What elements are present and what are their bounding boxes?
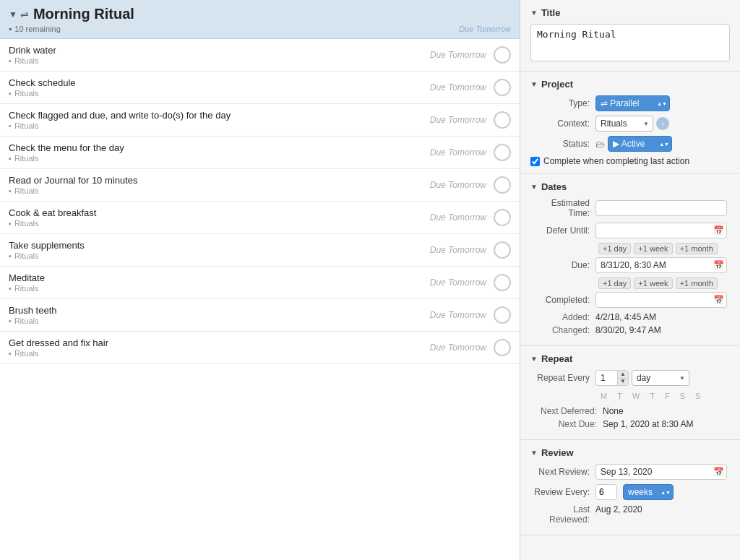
task-circle[interactable] xyxy=(494,144,511,161)
task-circle[interactable] xyxy=(494,209,511,226)
defer-plus-week-button[interactable]: +1 week xyxy=(634,243,672,254)
task-item[interactable]: Read or Journal for 10 minutes ▪ Rituals… xyxy=(0,169,520,202)
changed-label: Changed: xyxy=(530,325,595,335)
day-sun[interactable]: S xyxy=(693,390,702,402)
project-section: ▼ Project Type: ⇌ Parallel → Sequential … xyxy=(520,72,740,174)
dates-collapse-icon: ▼ xyxy=(530,183,538,191)
task-circle[interactable] xyxy=(494,176,511,194)
next-review-value: 📅 xyxy=(595,464,730,480)
title-input[interactable]: Morning Ritual xyxy=(530,24,730,61)
review-section-header[interactable]: ▼ Review xyxy=(530,447,730,458)
status-select[interactable]: ▶ Active On Hold Completed Dropped xyxy=(608,136,672,152)
estimated-input[interactable] xyxy=(595,200,727,216)
task-due-label: Due Tomorrow xyxy=(430,212,486,223)
right-panel: ▼ Title Morning Ritual ▼ Project Type: ⇌… xyxy=(520,0,740,560)
day-wed[interactable]: W xyxy=(630,390,642,402)
task-circle[interactable] xyxy=(494,46,511,64)
triangle-icon: ▼ xyxy=(9,9,17,20)
status-select-wrapper[interactable]: ▶ Active On Hold Completed Dropped xyxy=(608,136,672,152)
complete-checkbox[interactable] xyxy=(530,157,540,166)
review-every-input[interactable] xyxy=(595,484,617,500)
repeat-stepper-up[interactable]: ▲ xyxy=(618,371,628,379)
review-unit-wrapper[interactable]: weeks days months xyxy=(623,484,674,500)
task-item[interactable]: Take supplements ▪ Rituals Due Tomorrow xyxy=(0,234,520,267)
project-collapse-icon: ▼ xyxy=(530,80,538,88)
context-select-wrapper[interactable]: Rituals xyxy=(595,116,653,132)
project-section-header[interactable]: ▼ Project xyxy=(530,79,730,90)
repeat-every-input[interactable] xyxy=(595,370,617,386)
task-note-icon: ▪ xyxy=(9,251,12,260)
task-context: Rituals xyxy=(14,219,39,228)
task-item[interactable]: Check schedule ▪ Rituals Due Tomorrow xyxy=(0,72,520,104)
repeat-stepper-down[interactable]: ▼ xyxy=(618,379,628,386)
due-plus-month-button[interactable]: +1 month xyxy=(676,277,718,289)
due-plus-week-button[interactable]: +1 week xyxy=(634,277,672,289)
day-fri[interactable]: F xyxy=(663,390,672,402)
day-mon[interactable]: M xyxy=(598,390,609,402)
repeat-unit-select[interactable]: day week month xyxy=(632,370,689,386)
context-select[interactable]: Rituals xyxy=(595,116,653,132)
task-subtitle: ▪ Rituals xyxy=(9,219,430,228)
task-right: Due Tomorrow xyxy=(430,111,511,129)
task-right: Due Tomorrow xyxy=(430,176,511,194)
repeat-section: ▼ Repeat Repeat Every ▲ ▼ day week month xyxy=(520,346,740,440)
type-select[interactable]: ⇌ Parallel → Sequential xyxy=(595,95,670,111)
task-right: Due Tomorrow xyxy=(430,339,511,356)
next-deferred-row: Next Deferred: None xyxy=(530,406,730,416)
day-sat[interactable]: S xyxy=(678,390,687,402)
task-circle[interactable] xyxy=(494,274,511,291)
task-note-icon: ▪ xyxy=(9,219,12,228)
task-circle[interactable] xyxy=(494,339,511,356)
due-plus-day-button[interactable]: +1 day xyxy=(598,277,631,289)
task-circle[interactable] xyxy=(494,241,511,259)
added-value: 4/2/18, 4:45 AM xyxy=(595,312,656,322)
task-name: Check schedule xyxy=(9,77,430,88)
task-circle[interactable] xyxy=(494,306,511,324)
task-circle[interactable] xyxy=(494,111,511,129)
task-item[interactable]: Check flagged and due, and write to-do(s… xyxy=(0,104,520,137)
review-unit-select[interactable]: weeks days months xyxy=(623,484,674,500)
task-item[interactable]: Drink water ▪ Rituals Due Tomorrow xyxy=(0,39,520,72)
day-tue[interactable]: T xyxy=(615,390,624,402)
repeat-section-header[interactable]: ▼ Repeat xyxy=(530,353,730,364)
task-item[interactable]: Check the menu for the day ▪ Rituals Due… xyxy=(0,137,520,169)
review-every-label: Review Every: xyxy=(530,487,595,497)
task-context: Rituals xyxy=(14,56,39,65)
next-deferred-label: Next Deferred: xyxy=(530,406,603,416)
defer-input[interactable] xyxy=(595,223,727,238)
task-item[interactable]: Brush teeth ▪ Rituals Due Tomorrow xyxy=(0,299,520,332)
next-review-input[interactable] xyxy=(595,464,727,480)
type-select-wrapper[interactable]: ⇌ Parallel → Sequential xyxy=(595,95,670,111)
defer-plus-month-button[interactable]: +1 month xyxy=(676,243,718,254)
context-row: Context: Rituals › xyxy=(530,116,730,132)
title-section-label: Title xyxy=(541,7,561,18)
task-right: Due Tomorrow xyxy=(430,209,511,226)
task-note-icon: ▪ xyxy=(9,284,12,293)
context-arrow-button[interactable]: › xyxy=(656,117,669,130)
task-right: Due Tomorrow xyxy=(430,79,511,96)
completed-input[interactable] xyxy=(595,292,727,308)
defer-row: Defer Until: 📅 xyxy=(530,223,730,238)
days-row: M T W T F S S xyxy=(598,390,730,402)
defer-label: Defer Until: xyxy=(530,225,595,236)
review-every-value: weeks days months xyxy=(595,484,730,500)
defer-value: 📅 xyxy=(595,223,730,238)
task-item[interactable]: Get dressed and fix hair ▪ Rituals Due T… xyxy=(0,332,520,364)
defer-plus-day-button[interactable]: +1 day xyxy=(598,243,631,254)
estimated-row: Estimated Time: xyxy=(530,198,730,218)
review-section: ▼ Review Next Review: 📅 Review Every: we… xyxy=(520,440,740,535)
title-section-header[interactable]: ▼ Title xyxy=(530,7,730,18)
task-content: Check the menu for the day ▪ Rituals xyxy=(9,142,430,163)
context-label: Context: xyxy=(530,119,595,129)
project-title: Morning Ritual xyxy=(33,6,511,22)
dates-section-header[interactable]: ▼ Dates xyxy=(530,181,730,192)
repeat-unit-wrapper[interactable]: day week month xyxy=(632,370,689,386)
parallel-icon: ⇌ xyxy=(20,9,29,20)
task-circle[interactable] xyxy=(494,79,511,96)
task-context: Rituals xyxy=(14,186,39,195)
due-input[interactable] xyxy=(595,257,727,273)
day-thu[interactable]: T xyxy=(648,390,657,402)
task-content: Read or Journal for 10 minutes ▪ Rituals xyxy=(9,175,430,195)
task-item[interactable]: Cook & eat breakfast ▪ Rituals Due Tomor… xyxy=(0,202,520,234)
task-item[interactable]: Meditate ▪ Rituals Due Tomorrow xyxy=(0,267,520,299)
